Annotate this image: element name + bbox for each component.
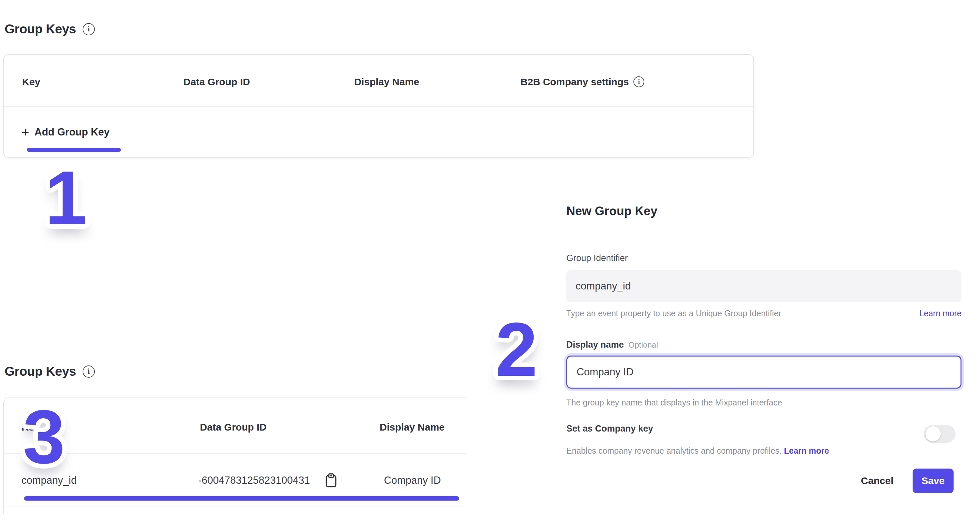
table-header-row: Key Data Group ID Display Name B2B Compa… bbox=[4, 55, 753, 107]
info-icon[interactable]: i bbox=[633, 76, 644, 87]
company-key-label: Set as Company key bbox=[566, 424, 653, 434]
display-name-helper-row: The group key name that displays in the … bbox=[566, 398, 961, 408]
column-header-data-group-id: Data Group ID bbox=[183, 76, 250, 88]
company-key-helper-row: Enables company revenue analytics and co… bbox=[566, 446, 897, 456]
annotation-underline-step1 bbox=[27, 148, 121, 152]
step-badge-2: 2 bbox=[495, 312, 538, 388]
display-name-input[interactable] bbox=[566, 355, 961, 389]
group-identifier-helper-row: Type an event property to use as a Uniqu… bbox=[566, 309, 961, 318]
annotation-underline-step3 bbox=[24, 496, 459, 501]
group-identifier-helper: Type an event property to use as a Uniqu… bbox=[566, 309, 781, 318]
info-icon[interactable]: i bbox=[83, 365, 95, 377]
display-name-label: Display name bbox=[566, 340, 624, 350]
learn-more-link-identifier[interactable]: Learn more bbox=[919, 309, 961, 318]
display-name-label-row: Display name Optional bbox=[566, 340, 658, 350]
group-keys-heading-bottom: Group Keys i bbox=[5, 364, 95, 379]
toggle-knob bbox=[926, 426, 941, 441]
page-canvas: Group Keys i Key Data Group ID Display N… bbox=[0, 0, 980, 532]
cancel-button[interactable]: Cancel bbox=[859, 475, 896, 487]
company-key-toggle[interactable] bbox=[924, 425, 956, 443]
column-header-b2b-label: B2B Company settings bbox=[520, 76, 629, 88]
row-display-name-cell: Company ID bbox=[384, 475, 441, 486]
group-keys-table-top: Key Data Group ID Display Name B2B Compa… bbox=[3, 54, 754, 158]
save-button[interactable]: Save bbox=[913, 468, 954, 493]
page-title: Group Keys bbox=[5, 364, 76, 379]
company-key-helper: Enables company revenue analytics and co… bbox=[566, 446, 829, 456]
company-key-helper-text: Enables company revenue analytics and co… bbox=[566, 446, 782, 456]
table-header-row: Key Data Group ID Display Name bbox=[4, 398, 466, 454]
row-data-group-id-cell: -6004783125823100431 bbox=[198, 473, 337, 488]
step-badge-3: 3 bbox=[23, 399, 65, 475]
copy-icon[interactable] bbox=[325, 473, 337, 488]
info-icon[interactable]: i bbox=[83, 23, 95, 35]
group-keys-heading-top: Group Keys i bbox=[5, 22, 95, 37]
display-name-helper: The group key name that displays in the … bbox=[566, 398, 782, 408]
column-header-key: Key bbox=[22, 76, 40, 88]
column-header-display-name: Display Name bbox=[380, 422, 445, 433]
form-title: New Group Key bbox=[566, 204, 657, 218]
display-name-optional-tag: Optional bbox=[628, 340, 658, 350]
group-identifier-input[interactable] bbox=[566, 270, 961, 302]
page-title: Group Keys bbox=[5, 22, 76, 37]
form-button-row: Cancel Save bbox=[566, 468, 961, 493]
group-identifier-label: Group Identifier bbox=[566, 253, 628, 263]
column-header-data-group-id: Data Group ID bbox=[200, 422, 267, 433]
column-header-display-name: Display Name bbox=[354, 76, 419, 88]
column-header-b2b-settings: B2B Company settings i bbox=[520, 76, 644, 88]
step-badge-1: 1 bbox=[45, 160, 87, 236]
learn-more-link-company-key[interactable]: Learn more bbox=[784, 446, 829, 456]
plus-icon: + bbox=[21, 126, 29, 139]
data-group-id-value: -6004783125823100431 bbox=[198, 475, 310, 486]
add-group-key-label: Add Group Key bbox=[34, 126, 109, 138]
